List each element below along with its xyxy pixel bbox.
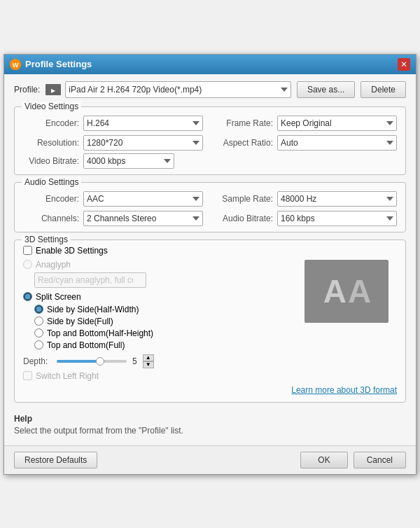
- aspect-ratio-label: Aspect Ratio:: [217, 138, 273, 148]
- dialog-title: Profile Settings: [25, 59, 92, 69]
- audio-encoder-field: Encoder: AAC: [23, 191, 203, 207]
- resolution-field: Resolution: 1280*720: [23, 135, 203, 151]
- anaglyph-radio[interactable]: [23, 260, 32, 269]
- depth-value: 5: [132, 356, 137, 366]
- 3d-settings-title: 3D Settings: [22, 235, 71, 244]
- aspect-ratio-select[interactable]: Auto: [277, 135, 397, 151]
- sample-rate-select[interactable]: 48000 Hz: [277, 191, 397, 207]
- anaglyph-label: Anaglyph: [36, 260, 71, 270]
- resolution-label: Resolution:: [23, 138, 79, 148]
- side-by-side-full-radio[interactable]: [34, 317, 43, 326]
- titlebar-left: W Profile Settings: [10, 59, 92, 70]
- audio-encoder-select[interactable]: AAC: [83, 191, 203, 207]
- frame-rate-field: Frame Rate: Keep Original: [217, 116, 397, 131]
- top-bottom-half-radio[interactable]: [34, 328, 43, 338]
- footer: Restore Defaults OK Cancel: [4, 445, 416, 474]
- help-title: Help: [14, 414, 406, 424]
- side-by-side-half-label: Side by Side(Half-Width): [47, 305, 139, 314]
- help-text: Select the output format from the "Profi…: [14, 426, 406, 436]
- side-by-side-half-radio[interactable]: [34, 305, 43, 314]
- channels-label: Channels:: [23, 214, 79, 223]
- split-screen-radio[interactable]: [23, 292, 32, 301]
- help-section: Help Select the output format from the "…: [14, 410, 406, 438]
- depth-slider-thumb[interactable]: [96, 357, 104, 366]
- channels-field: Channels: 2 Channels Stereo: [23, 211, 203, 226]
- video-settings-section: Video Settings Encoder: H.264 Frame Rate…: [14, 106, 406, 175]
- cancel-button[interactable]: Cancel: [354, 452, 406, 468]
- preview-letter-right: A: [348, 272, 370, 310]
- svg-text:W: W: [13, 62, 19, 69]
- video-bitrate-select[interactable]: 4000 kbps: [83, 153, 174, 169]
- enable-3d-checkbox[interactable]: [23, 246, 32, 255]
- learn-more-link[interactable]: Learn more about 3D format: [291, 385, 397, 395]
- audio-settings-title: Audio Settings: [22, 177, 81, 187]
- dialog-content: Profile: ▶ iPad Air 2 H.264 720p Video(*…: [4, 74, 416, 445]
- video-bitrate-row: Video Bitrate: 4000 kbps: [23, 153, 397, 169]
- audio-bitrate-field: Audio Bitrate: 160 kbps: [217, 211, 397, 226]
- ok-button[interactable]: OK: [300, 452, 347, 468]
- audio-settings-grid: Encoder: AAC Sample Rate: 48000 Hz Chann…: [23, 191, 397, 226]
- profile-row: Profile: ▶ iPad Air 2 H.264 720p Video(*…: [14, 81, 406, 98]
- side-by-side-full-label: Side by Side(Full): [47, 317, 113, 326]
- anaglyph-type-select[interactable]: Red/cyan anaglyph, full color: [34, 272, 146, 288]
- channels-select[interactable]: 2 Channels Stereo: [83, 211, 203, 226]
- encoder-select[interactable]: H.264: [83, 116, 203, 131]
- 3d-settings-inner: A A Enable 3D Settings Anaglyph Red/cyan…: [23, 246, 397, 381]
- frame-rate-label: Frame Rate:: [217, 118, 273, 128]
- profile-label: Profile:: [14, 85, 40, 95]
- video-bitrate-label: Video Bitrate:: [23, 156, 79, 166]
- delete-button[interactable]: Delete: [360, 81, 406, 98]
- frame-rate-select[interactable]: Keep Original: [277, 116, 397, 131]
- titlebar: W Profile Settings ✕: [4, 55, 416, 74]
- restore-defaults-button[interactable]: Restore Defaults: [14, 452, 97, 468]
- split-option-3-row: Top and Bottom(Half-Height): [34, 328, 397, 338]
- audio-bitrate-select[interactable]: 160 kbps: [277, 211, 397, 226]
- encoder-field: Encoder: H.264: [23, 116, 203, 131]
- depth-increment-button[interactable]: ▲: [143, 354, 154, 361]
- profile-thumb-icon: ▶: [46, 84, 61, 95]
- footer-right-buttons: OK Cancel: [300, 452, 406, 468]
- split-screen-label: Split Screen: [36, 292, 81, 302]
- save-as-button[interactable]: Save as...: [297, 81, 355, 98]
- depth-decrement-button[interactable]: ▼: [143, 361, 154, 368]
- 3d-settings-section: 3D Settings A A Enable 3D Settings Anagl…: [14, 239, 406, 403]
- depth-slider[interactable]: [57, 360, 127, 363]
- audio-encoder-label: Encoder:: [23, 194, 79, 204]
- svg-text:▶: ▶: [51, 88, 56, 94]
- sample-rate-field: Sample Rate: 48000 Hz: [217, 191, 397, 207]
- switch-lr-label: Switch Left Right: [36, 371, 99, 381]
- depth-spinner: ▲ ▼: [143, 354, 154, 368]
- encoder-label: Encoder:: [23, 118, 79, 128]
- top-bottom-full-radio[interactable]: [34, 340, 43, 349]
- top-bottom-full-label: Top and Bottom(Full): [47, 340, 125, 350]
- audio-settings-section: Audio Settings Encoder: AAC Sample Rate:…: [14, 182, 406, 232]
- app-icon: W: [10, 59, 21, 70]
- preview-letter-left: A: [323, 272, 345, 310]
- enable-3d-row: Enable 3D Settings: [23, 246, 397, 256]
- resolution-select[interactable]: 1280*720: [83, 135, 203, 151]
- video-settings-grid: Encoder: H.264 Frame Rate: Keep Original…: [23, 116, 397, 151]
- split-option-4-row: Top and Bottom(Full): [34, 340, 397, 350]
- 3d-preview: A A: [304, 260, 388, 323]
- learn-more-row: Learn more about 3D format: [23, 385, 397, 395]
- profile-settings-dialog: W Profile Settings ✕ Profile: ▶ iPad Air…: [4, 54, 416, 475]
- audio-bitrate-label: Audio Bitrate:: [217, 214, 273, 223]
- top-bottom-half-label: Top and Bottom(Half-Height): [47, 328, 153, 338]
- profile-select-wrap: ▶ iPad Air 2 H.264 720p Video(*.mp4): [46, 81, 291, 98]
- profile-select[interactable]: iPad Air 2 H.264 720p Video(*.mp4): [65, 81, 291, 98]
- switch-lr-row: Switch Left Right: [23, 371, 397, 381]
- enable-3d-label: Enable 3D Settings: [36, 246, 108, 256]
- depth-slider-track: [57, 360, 99, 363]
- close-button[interactable]: ✕: [398, 58, 410, 71]
- aspect-ratio-field: Aspect Ratio: Auto: [217, 135, 397, 151]
- depth-row: Depth: 5 ▲ ▼: [23, 354, 397, 368]
- video-settings-title: Video Settings: [22, 102, 81, 111]
- switch-lr-checkbox[interactable]: [23, 371, 32, 380]
- depth-label: Depth:: [23, 356, 51, 366]
- sample-rate-label: Sample Rate:: [217, 194, 273, 204]
